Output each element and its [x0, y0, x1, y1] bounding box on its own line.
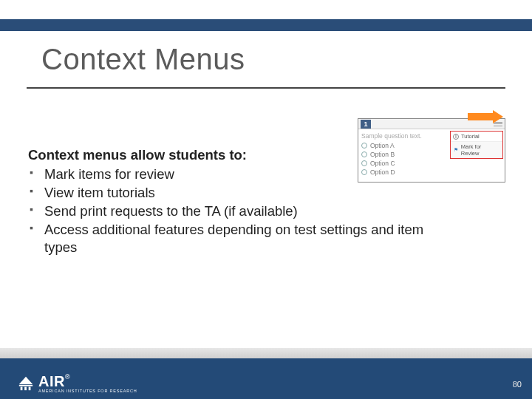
registered-mark: ®: [65, 373, 70, 381]
svg-rect-2: [21, 386, 23, 390]
air-logo: AIR® AMERICAN INSTITUTES FOR RESEARCH: [18, 373, 137, 393]
footer-shadow: [0, 348, 532, 358]
svg-marker-5: [19, 376, 33, 383]
logo-subtitle: AMERICAN INSTITUTES FOR RESEARCH: [38, 389, 137, 393]
bullet-list: Mark items for review View item tutorial…: [28, 166, 442, 256]
svg-rect-4: [29, 386, 31, 390]
bullet-item: Send print requests to the TA (if availa…: [28, 202, 442, 220]
slide-title: Context Menus: [41, 43, 245, 76]
bullet-item: View item tutorials: [28, 184, 442, 202]
lead-sentence: Context menus allow students to:: [28, 146, 442, 164]
svg-rect-3: [24, 386, 27, 390]
callout-arrow: [468, 110, 503, 125]
bullet-item: Mark items for review: [28, 166, 442, 183]
footer-bar: AIR® AMERICAN INSTITUTES FOR RESEARCH 80: [0, 358, 532, 399]
page-number: 80: [513, 380, 522, 389]
logo-text: AIR: [38, 373, 65, 389]
title-underline: [27, 87, 505, 89]
menu-item-tutorial[interactable]: i Tutorial: [451, 132, 502, 142]
body-text: Context menus allow students to: Mark it…: [28, 146, 442, 257]
context-menu-popup: i Tutorial ⚑ Mark for Review: [450, 131, 503, 159]
top-accent-bar: [0, 19, 532, 31]
question-number-badge: 1: [361, 120, 371, 129]
slide: Context Menus 1 Sample question text. Op…: [0, 0, 532, 399]
menu-item-mark-review[interactable]: ⚑ Mark for Review: [451, 142, 502, 158]
svg-marker-0: [468, 110, 503, 123]
info-icon: i: [453, 134, 459, 140]
svg-rect-1: [19, 384, 33, 386]
menu-item-label: Mark for Review: [461, 143, 500, 157]
bullet-item: Access additional features depending on …: [28, 221, 442, 256]
menu-item-label: Tutorial: [461, 133, 480, 140]
logo-mark-icon: [18, 375, 34, 392]
flag-icon: ⚑: [453, 147, 459, 153]
